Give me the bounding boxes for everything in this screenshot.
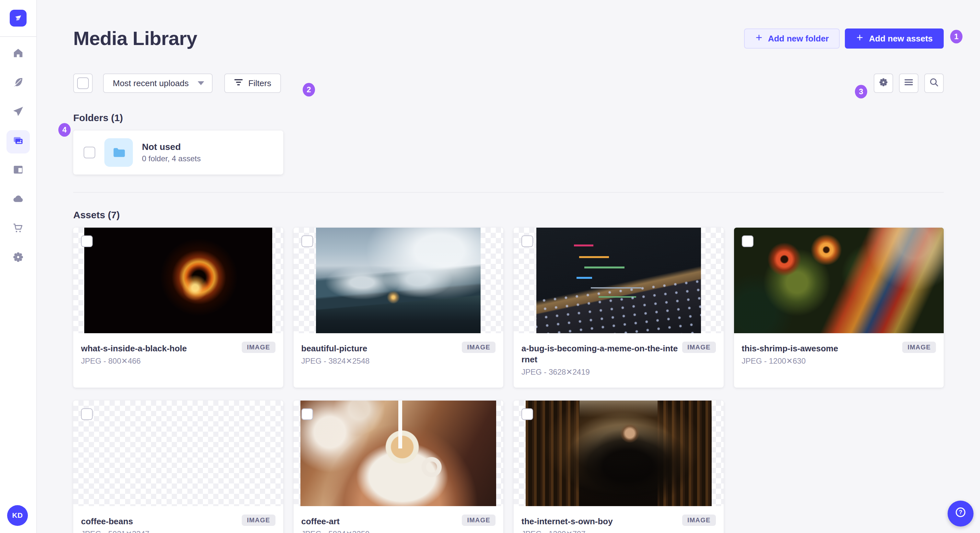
asset-meta: JPEG - 5021✕3347 xyxy=(81,530,275,533)
asset-thumbnail-library xyxy=(514,401,724,506)
plus-icon xyxy=(755,34,763,44)
asset-meta: JPEG - 5824✕3259 xyxy=(301,530,496,533)
annotation-marker-2: 2 xyxy=(303,83,315,97)
asset-thumbnail-latte xyxy=(294,401,504,506)
checkbox[interactable] xyxy=(77,78,89,89)
filters-button[interactable]: Filters xyxy=(224,73,281,93)
checkbox[interactable] xyxy=(81,408,93,420)
sidebar-item-paper-plane[interactable] xyxy=(6,101,30,124)
checkbox[interactable] xyxy=(301,235,313,247)
asset-meta: JPEG - 800✕466 xyxy=(81,357,275,366)
annotation-marker-4: 4 xyxy=(58,123,71,136)
checkbox[interactable] xyxy=(301,408,313,420)
asset-type-badge: IMAGE xyxy=(682,514,716,526)
checkbox[interactable] xyxy=(81,235,93,247)
avatar[interactable]: KD xyxy=(7,505,28,526)
chevron-down-icon xyxy=(198,81,204,85)
asset-thumbnail-beans xyxy=(73,401,283,506)
asset-card[interactable]: a-bug-is-becoming-a-meme-on-the-internet… xyxy=(514,228,724,388)
asset-card[interactable]: the-internet-s-own-boyJPEG - 1200✕707IMA… xyxy=(514,401,724,533)
asset-thumbnail-shrimp xyxy=(734,228,944,333)
asset-card[interactable]: coffee-artJPEG - 5824✕3259IMAGE xyxy=(294,401,504,533)
list-icon xyxy=(904,78,913,89)
asset-thumbnail-mountains xyxy=(294,228,504,333)
checkbox[interactable] xyxy=(522,235,533,247)
folders-heading: Folders (1) xyxy=(73,113,944,124)
svg-text:?: ? xyxy=(959,509,963,516)
help-button[interactable]: ? xyxy=(948,501,974,527)
asset-card[interactable]: coffee-beansJPEG - 5021✕3347IMAGE xyxy=(73,401,283,533)
sort-dropdown[interactable]: Most recent uploads xyxy=(103,73,213,93)
page-title: Media Library xyxy=(73,27,197,49)
asset-meta: JPEG - 1200✕707 xyxy=(522,530,716,533)
question-mark-icon: ? xyxy=(954,506,967,521)
paper-plane-icon xyxy=(12,106,24,120)
gear-icon xyxy=(12,251,24,265)
cloud-icon xyxy=(12,193,24,207)
plus-icon xyxy=(856,34,864,44)
folders-list: Not used0 folder, 4 assets xyxy=(73,130,944,174)
asset-card[interactable]: beautiful-pictureJPEG - 3824✕2548IMAGE xyxy=(294,228,504,388)
sidebar-item-home[interactable] xyxy=(6,43,30,66)
annotation-marker-1: 1 xyxy=(950,30,963,43)
asset-type-badge: IMAGE xyxy=(462,342,495,353)
search-button[interactable] xyxy=(924,73,944,93)
search-icon xyxy=(929,78,939,89)
asset-meta: JPEG - 3824✕2548 xyxy=(301,357,496,366)
asset-card[interactable]: this-shrimp-is-awesomeJPEG - 1200✕630IMA… xyxy=(734,228,944,388)
logo-area xyxy=(0,0,36,37)
cart-icon xyxy=(12,222,24,236)
asset-meta: JPEG - 1200✕630 xyxy=(742,357,936,366)
list-view-button[interactable] xyxy=(899,73,918,93)
settings-button[interactable] xyxy=(874,73,893,93)
sidebar-item-feather[interactable] xyxy=(6,72,30,95)
asset-type-badge: IMAGE xyxy=(902,342,936,353)
folder-icon xyxy=(104,138,133,167)
media-library-icon xyxy=(12,135,24,149)
home-icon xyxy=(12,47,24,62)
sidebar-item-gear[interactable] xyxy=(6,247,30,270)
asset-type-badge: IMAGE xyxy=(682,342,716,353)
filter-icon xyxy=(234,78,243,89)
assets-grid: what-s-inside-a-black-holeJPEG - 800✕466… xyxy=(73,228,944,533)
folder-card[interactable]: Not used0 folder, 4 assets xyxy=(73,130,283,174)
asset-card[interactable]: what-s-inside-a-black-holeJPEG - 800✕466… xyxy=(73,228,283,388)
sidebar: KD xyxy=(0,0,37,533)
sidebar-item-cart[interactable] xyxy=(6,217,30,241)
asset-type-badge: IMAGE xyxy=(242,342,275,353)
section-divider xyxy=(73,192,944,193)
checkbox[interactable] xyxy=(84,147,95,159)
main-content: Media Library Add new folder Add new ass… xyxy=(37,0,980,533)
sidebar-item-content-manager[interactable] xyxy=(6,159,30,182)
asset-thumbnail-code xyxy=(514,228,724,333)
toolbar: Most recent uploads Filters xyxy=(73,73,944,93)
folder-name: Not used xyxy=(142,142,200,152)
select-all-checkbox[interactable] xyxy=(73,73,93,93)
sidebar-item-media-library[interactable] xyxy=(6,130,30,154)
media-library-app: KD Media Library Add new folder Add new … xyxy=(0,0,980,533)
content-manager-icon xyxy=(12,164,24,178)
asset-type-badge: IMAGE xyxy=(462,514,495,526)
feather-icon xyxy=(12,76,24,90)
checkbox[interactable] xyxy=(522,408,533,420)
sort-value: Most recent uploads xyxy=(113,78,189,89)
strapi-logo-icon[interactable] xyxy=(10,10,27,27)
add-new-assets-button[interactable]: Add new assets xyxy=(845,29,944,49)
asset-type-badge: IMAGE xyxy=(242,514,275,526)
assets-heading: Assets (7) xyxy=(73,209,944,220)
add-new-folder-button[interactable]: Add new folder xyxy=(744,29,840,49)
annotation-marker-3: 3 xyxy=(855,85,867,98)
checkbox[interactable] xyxy=(742,235,754,247)
asset-thumbnail-blackhole xyxy=(73,228,283,333)
folder-meta: 0 folder, 4 assets xyxy=(142,154,200,163)
gear-icon xyxy=(878,78,888,89)
sidebar-item-cloud[interactable] xyxy=(6,189,30,212)
sidebar-nav xyxy=(0,43,36,270)
asset-meta: JPEG - 3628✕2419 xyxy=(522,368,716,377)
